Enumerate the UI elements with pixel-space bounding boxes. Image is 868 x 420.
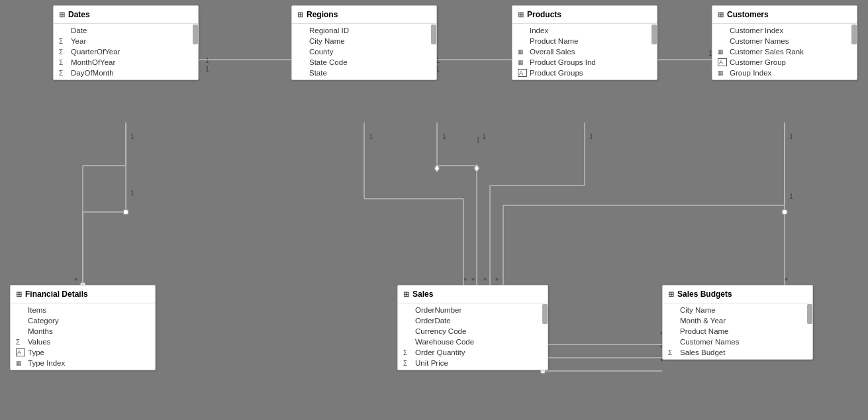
table-grid-icon-products: ⊞	[518, 11, 524, 19]
svg-text:1: 1	[205, 65, 209, 73]
customers-table: ⊞ Customers Customer Index Customer Name…	[712, 5, 857, 80]
field-regional-id: Regional ID	[292, 25, 436, 36]
customers-table-body: Customer Index Customer Names ▦ Customer…	[712, 24, 857, 79]
svg-text:*: *	[74, 276, 77, 286]
svg-text:1: 1	[482, 132, 486, 140]
products-table-body: Index Product Name ▦ Overall Sales ▦ Pro…	[512, 24, 657, 79]
field-sb-sales-budget: Σ Sales Budget	[663, 347, 812, 358]
svg-point-38	[782, 209, 787, 215]
field-values: Σ Values	[11, 337, 155, 347]
field-state: State	[292, 68, 436, 78]
field-currency-code: Currency Code	[398, 326, 548, 337]
field-items: Items	[11, 305, 155, 315]
field-category: Category	[11, 315, 155, 326]
field-icon-dom: Σ	[59, 70, 68, 77]
dates-table: ⊞ Dates Date Σ Year Σ QuarterOfYear Σ Mo…	[53, 5, 199, 80]
svg-text:*: *	[785, 276, 788, 286]
sales-budgets-table-body: City Name Month & Year Product Name Cust…	[663, 303, 812, 359]
svg-text:*: *	[495, 276, 499, 286]
svg-text:1: 1	[130, 189, 134, 197]
field-icon-qoy: Σ	[59, 48, 68, 56]
field-date: Date	[54, 25, 198, 36]
table-grid-icon-fin: ⊞	[16, 290, 22, 299]
field-overall-sales: ▦ Overall Sales	[512, 46, 657, 57]
field-customer-names: Customer Names	[712, 36, 857, 46]
field-sb-product-name: Product Name	[663, 326, 812, 337]
products-table: ⊞ Products Index Product Name ▦ Overall …	[512, 5, 657, 80]
field-customer-sales-rank: ▦ Customer Sales Rank	[712, 46, 857, 57]
sales-budgets-table: ⊞ Sales Budgets City Name Month & Year P…	[662, 285, 813, 360]
field-type: A Type	[11, 347, 155, 358]
customers-table-header: ⊞ Customers	[712, 6, 857, 24]
svg-text:1: 1	[476, 136, 480, 144]
field-year: Σ Year	[54, 36, 198, 46]
field-customer-index: Customer Index	[712, 25, 857, 36]
sales-budgets-table-header: ⊞ Sales Budgets	[663, 286, 812, 303]
svg-text:*: *	[471, 276, 475, 286]
svg-text:1: 1	[369, 132, 373, 140]
field-orderdate: OrderDate	[398, 315, 548, 326]
field-months: Months	[11, 326, 155, 337]
sales-table-title: Sales	[412, 289, 433, 299]
dates-table-body: Date Σ Year Σ QuarterOfYear Σ MonthOfYea…	[54, 24, 198, 79]
regions-table-title: Regions	[307, 10, 338, 19]
regions-table: ⊞ Regions Regional ID City Name County S…	[291, 5, 437, 80]
svg-text:1: 1	[589, 132, 593, 140]
table-grid-icon-sales: ⊞	[403, 290, 409, 299]
financial-details-table-title: Financial Details	[25, 289, 88, 299]
financial-details-table-header: ⊞ Financial Details	[11, 286, 155, 303]
svg-text:1: 1	[789, 132, 793, 140]
field-county: County	[292, 46, 436, 57]
field-monthofyear: Σ MonthOfYear	[54, 57, 198, 68]
field-state-code: State Code	[292, 57, 436, 68]
field-icon-moy: Σ	[59, 59, 68, 66]
field-index: Index	[512, 25, 657, 36]
table-grid-icon-customers: ⊞	[718, 11, 724, 19]
field-city-name: City Name	[292, 36, 436, 46]
field-unit-price: Σ Unit Price	[398, 358, 548, 368]
field-group-index: ▦ Group Index	[712, 68, 857, 78]
field-quarterofyear: Σ QuarterOfYear	[54, 46, 198, 57]
regions-table-body: Regional ID City Name County State Code …	[292, 24, 436, 79]
financial-details-table: ⊞ Financial Details Items Category Month…	[10, 285, 156, 370]
table-grid-icon-sb: ⊞	[668, 290, 674, 299]
field-sb-city-name: City Name	[663, 305, 812, 315]
customers-table-title: Customers	[727, 10, 769, 19]
field-product-groups: A Product Groups	[512, 68, 657, 78]
field-customer-group: A Customer Group	[712, 57, 857, 68]
sales-table: ⊞ Sales OrderNumber OrderDate Currency C…	[397, 285, 548, 370]
svg-marker-44	[434, 164, 440, 172]
svg-marker-45	[474, 164, 479, 172]
sales-table-body: OrderNumber OrderDate Currency Code Ware…	[398, 303, 548, 370]
svg-text:*: *	[463, 276, 467, 286]
svg-point-9	[123, 209, 128, 215]
sales-budgets-table-title: Sales Budgets	[677, 289, 732, 299]
sales-table-header: ⊞ Sales	[398, 286, 548, 303]
svg-text:1: 1	[130, 132, 134, 140]
svg-text:1: 1	[442, 132, 446, 140]
svg-text:*: *	[483, 276, 487, 286]
dates-table-title: Dates	[68, 10, 90, 19]
dates-table-header: ⊞ Dates	[54, 6, 198, 24]
field-product-name: Product Name	[512, 36, 657, 46]
field-sb-customer-names: Customer Names	[663, 337, 812, 347]
svg-text:1: 1	[205, 56, 209, 64]
products-table-header: ⊞ Products	[512, 6, 657, 24]
products-table-title: Products	[527, 10, 561, 19]
table-grid-icon: ⊞	[59, 11, 65, 19]
table-grid-icon-regions: ⊞	[297, 11, 303, 19]
field-warehouse-code: Warehouse Code	[398, 337, 548, 347]
field-order-quantity: Σ Order Quantity	[398, 347, 548, 358]
field-sb-month-year: Month & Year	[663, 315, 812, 326]
svg-text:1: 1	[789, 192, 793, 200]
financial-details-table-body: Items Category Months Σ Values A Type ▦ …	[11, 303, 155, 370]
field-product-groups-ind: ▦ Product Groups Ind	[512, 57, 657, 68]
field-dayofmonth: Σ DayOfMonth	[54, 68, 198, 78]
field-icon-year: Σ	[59, 38, 68, 45]
field-type-index: ▦ Type Index	[11, 358, 155, 368]
field-ordernumber: OrderNumber	[398, 305, 548, 315]
regions-table-header: ⊞ Regions	[292, 6, 436, 24]
